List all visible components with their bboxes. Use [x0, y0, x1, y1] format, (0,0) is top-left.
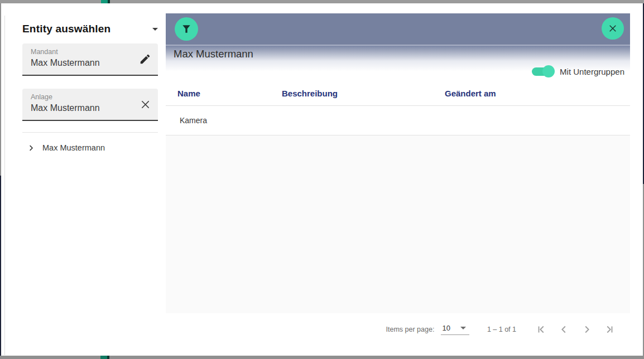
page-size-select[interactable]: 10: [441, 324, 469, 335]
entity-panel: Max Mustermann Mit Untergruppen Name Bes…: [166, 13, 630, 346]
subgroups-toggle-label: Mit Untergruppen: [560, 67, 624, 76]
chevron-right-icon[interactable]: [27, 144, 35, 152]
mandant-field-value: Max Mustermann: [31, 58, 100, 68]
background-window-top-accent: [101, 0, 108, 3]
anlage-field-value: Max Mustermann: [31, 103, 100, 113]
background-window-left-edge-dark: [0, 176, 1, 356]
panel-title: Max Mustermann: [174, 48, 253, 60]
filter-funnel-icon: [181, 23, 192, 35]
items-per-page-label: Items per page:: [386, 326, 435, 333]
mandant-field-label: Mandant: [31, 48, 58, 56]
column-header-geaendert-am: Geändert am: [445, 89, 630, 98]
paginator: Items per page: 10 1 – 1 of 1: [166, 313, 630, 346]
background-window-bottom-accent: [100, 356, 107, 359]
background-window-bottom-edge: [0, 356, 644, 359]
panel-header-bar: [166, 13, 630, 45]
mandant-field[interactable]: Mandant Max Mustermann: [22, 43, 158, 76]
subgroups-toggle-row: Mit Untergruppen: [166, 60, 630, 83]
dialog-left-border: [4, 16, 5, 355]
first-page-icon: [536, 323, 548, 336]
next-page-icon: [580, 323, 593, 336]
table-header-row: Name Beschreibung Geändert am: [166, 81, 630, 106]
last-page-button[interactable]: [598, 318, 620, 341]
edit-pencil-icon[interactable]: [138, 52, 152, 66]
sidebar-title: Entity auswählen: [22, 23, 110, 35]
tree-item-max-mustermann[interactable]: Max Mustermann: [27, 140, 158, 156]
column-header-name: Name: [166, 89, 282, 98]
previous-page-button[interactable]: [553, 318, 575, 341]
table-empty-area: [166, 135, 630, 313]
background-window-top-accent-dark: [108, 0, 110, 3]
toggle-thumb[interactable]: [542, 65, 555, 77]
anlage-field-label: Anlage: [31, 93, 52, 101]
previous-page-icon: [558, 323, 570, 336]
background-window-bottom-accent-dark: [107, 356, 109, 359]
select-caret-icon: [460, 327, 466, 329]
background-window-top-edge: [0, 0, 644, 3]
close-button[interactable]: [602, 17, 624, 40]
page-range-label: 1 – 1 of 1: [487, 326, 516, 333]
subgroups-toggle[interactable]: [532, 65, 553, 77]
table-row[interactable]: Kamera: [166, 106, 630, 135]
first-page-button[interactable]: [531, 318, 553, 341]
filter-button[interactable]: [175, 17, 198, 41]
background-window-left-edge: [0, 3, 1, 176]
anlage-field[interactable]: Anlage Max Mustermann: [22, 89, 158, 121]
next-page-button[interactable]: [575, 318, 598, 341]
sidebar-divider: [22, 132, 158, 133]
page-size-value: 10: [442, 324, 450, 332]
collapse-caret-icon[interactable]: [152, 28, 158, 31]
column-header-beschreibung: Beschreibung: [282, 89, 445, 98]
cell-name: Kamera: [166, 116, 282, 125]
tree-item-label: Max Mustermann: [42, 143, 105, 152]
clear-x-icon[interactable]: [138, 98, 152, 111]
last-page-icon: [603, 323, 615, 336]
sidebar-header: Entity auswählen: [22, 21, 158, 37]
close-x-icon: [608, 23, 618, 33]
